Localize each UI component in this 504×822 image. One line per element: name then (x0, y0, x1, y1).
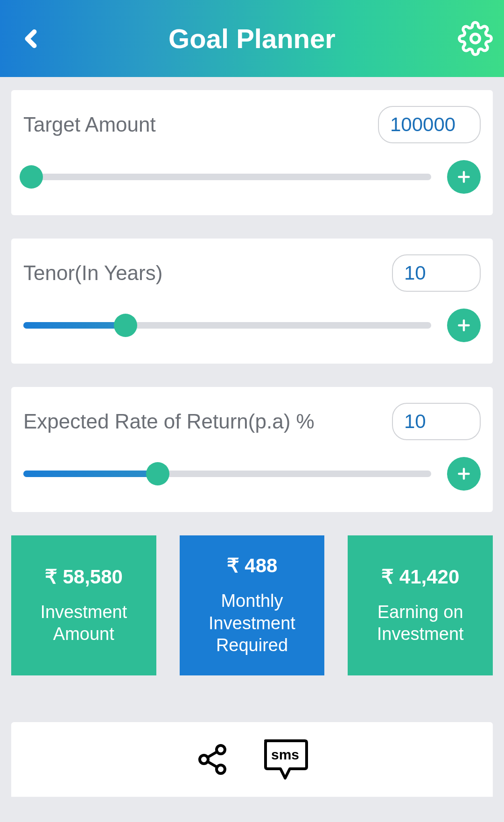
svg-text:sms: sms (271, 747, 299, 762)
settings-button[interactable] (458, 21, 493, 56)
plus-icon (455, 169, 472, 185)
investment-amount-card: ₹ 58,580 Investment Amount (11, 535, 156, 675)
page-title: Goal Planner (168, 23, 336, 54)
monthly-investment-label: Monthly Investment Required (185, 590, 319, 657)
slider-thumb[interactable] (114, 314, 137, 337)
svg-line-10 (208, 761, 217, 767)
rate-input[interactable] (392, 403, 481, 440)
earning-card: ₹ 41,420 Earning on Investment (348, 535, 493, 675)
tenor-card: Tenor(In Years) (11, 239, 493, 364)
rate-slider[interactable] (23, 462, 431, 485)
tenor-plus-button[interactable] (447, 309, 481, 342)
target-amount-card: Target Amount (11, 90, 493, 215)
share-icon (196, 741, 229, 778)
share-button[interactable] (196, 741, 229, 778)
target-amount-input[interactable] (378, 106, 481, 143)
gear-icon (458, 21, 493, 56)
target-amount-label: Target Amount (23, 113, 156, 136)
plus-icon (455, 465, 472, 482)
svg-line-11 (208, 752, 217, 757)
tenor-input[interactable] (392, 254, 481, 292)
earning-value: ₹ 41,420 (381, 565, 459, 588)
rate-label: Expected Rate of Return(p.a) % (23, 410, 315, 433)
chevron-left-icon (17, 25, 45, 53)
svg-point-0 (471, 34, 480, 43)
rate-card: Expected Rate of Return(p.a) % (11, 387, 493, 512)
slider-thumb[interactable] (146, 462, 169, 485)
slider-thumb[interactable] (20, 165, 43, 189)
investment-amount-label: Investment Amount (17, 601, 151, 646)
monthly-investment-card: ₹ 488 Monthly Investment Required (180, 535, 325, 675)
monthly-investment-value: ₹ 488 (227, 554, 278, 577)
slider-fill (23, 471, 158, 477)
earning-label: Earning on Investment (353, 601, 487, 646)
sms-icon: sms (262, 737, 308, 782)
main-content: Target Amount Tenor(In Years) (0, 77, 504, 797)
target-amount-plus-button[interactable] (447, 160, 481, 194)
bottom-actions: sms (11, 722, 493, 797)
app-header: Goal Planner (0, 0, 504, 77)
sms-button[interactable]: sms (262, 737, 308, 782)
tenor-label: Tenor(In Years) (23, 261, 162, 285)
target-amount-slider[interactable] (23, 165, 431, 189)
back-button[interactable] (17, 25, 45, 53)
rate-plus-button[interactable] (447, 457, 481, 491)
investment-amount-value: ₹ 58,580 (45, 565, 123, 588)
tenor-slider[interactable] (23, 314, 431, 337)
slider-fill (23, 322, 126, 329)
plus-icon (455, 317, 472, 334)
results-row: ₹ 58,580 Investment Amount ₹ 488 Monthly… (11, 535, 493, 675)
